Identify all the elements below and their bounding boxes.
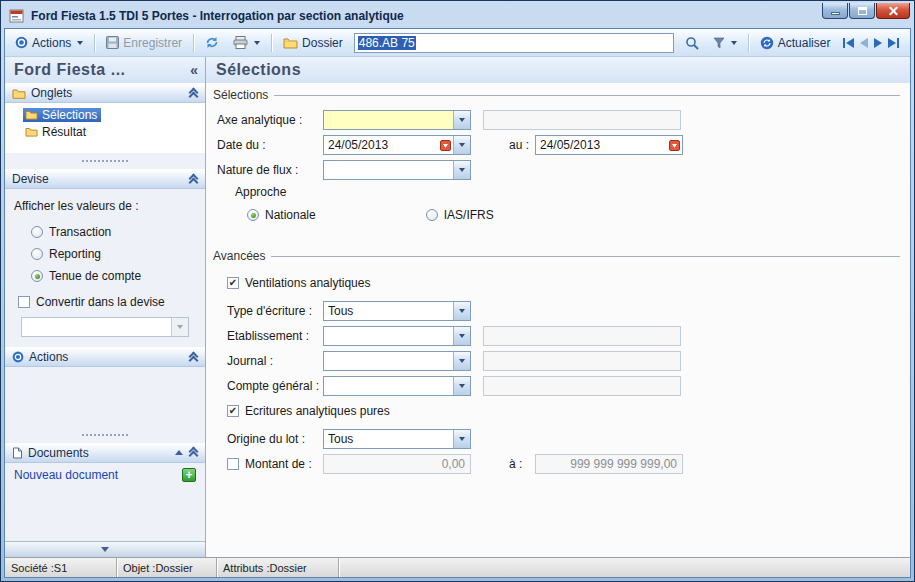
actions-menu-button[interactable]: Actions [9,32,89,54]
devise-select[interactable] [21,317,189,337]
onglets-section-header[interactable]: Onglets [5,83,205,103]
minimize-icon [831,12,840,15]
nature-flux-select[interactable] [323,160,471,180]
etablissement-select[interactable] [323,326,471,346]
actions-section-header[interactable]: Actions [5,347,205,367]
last-record-button[interactable] [888,38,899,48]
axe-analytique-row: Axe analytique : [217,110,900,130]
page-title: Sélections [216,61,301,79]
minimize-button[interactable] [822,3,848,19]
devise-section-title: Devise [12,172,183,186]
chevron-down-icon [453,302,470,320]
selections-group-body: Axe analytique : Date du : 24/05/2013 [211,102,900,225]
refresh-button[interactable] [199,32,225,54]
pane-gripper[interactable] [82,160,128,162]
montant-row: Montant de : 0,00 à : 999 999 999 999,00 [227,454,900,474]
compte-general-select[interactable] [323,376,471,396]
radio-checked-icon [31,270,43,282]
add-document-button[interactable]: + [182,468,196,482]
date-picker-icon[interactable] [440,136,451,154]
convertir-checkbox[interactable]: Convertir dans la devise [5,287,205,311]
chevron-down-icon [101,547,109,552]
print-button[interactable] [227,32,266,54]
checkbox-label: Ventilations analytiques [245,276,370,290]
date-du-label: Date du : [217,138,323,152]
titlebar[interactable]: Ford Fiesta 1.5 TDI 5 Portes - Interroga… [4,1,911,28]
checkbox-label: Ecritures analytiques pures [245,404,390,418]
new-document-link[interactable]: Nouveau document [14,468,118,482]
sidebar-item-selections[interactable]: Sélections [5,106,205,123]
workspace: Ford Fiesta ... « Onglets [5,57,910,557]
save-icon [106,36,119,49]
collapse-section-icon[interactable] [188,352,198,363]
date-picker-icon[interactable] [669,136,680,154]
avancees-group-body: Ventilations analytiques Type d'écriture… [211,263,900,474]
radio-tenue-de-compte[interactable]: Tenue de compte [5,265,205,287]
chevron-up-icon[interactable] [175,450,183,455]
folder-icon [283,37,298,49]
maximize-button[interactable] [849,3,875,19]
devise-caption: Afficher les valeurs de : [5,199,205,221]
reference-input[interactable]: 486.AB 75 [354,33,674,53]
close-button[interactable] [876,3,910,19]
radio-reporting[interactable]: Reporting [5,243,205,265]
previous-record-button[interactable] [860,38,868,48]
chevron-down-icon [453,136,470,154]
date-du-input[interactable]: 24/05/2013 [323,135,471,155]
pane-gripper[interactable] [82,434,128,436]
origine-lot-value: Tous [324,430,453,448]
axe-analytique-label: Axe analytique : [217,113,323,127]
search-button[interactable] [679,32,705,54]
toolbar-separator [193,34,194,52]
compte-general-row: Compte général : [227,376,900,396]
journal-description-field [483,351,681,371]
radio-ias-ifrs[interactable]: IAS/IFRS [426,208,494,222]
next-record-button[interactable] [874,38,882,48]
collapse-sidebar-button[interactable]: « [187,62,201,78]
axe-analytique-select[interactable] [323,110,471,130]
journal-select[interactable] [323,351,471,371]
record-navigation [843,38,899,48]
next-icon [874,38,882,48]
collapse-section-icon[interactable] [188,447,198,458]
ventilations-checkbox[interactable]: Ventilations analytiques [227,273,900,293]
actions-icon [12,351,24,363]
legend-text: Avancées [213,249,265,263]
documents-section-header[interactable]: Documents [5,443,205,463]
save-button[interactable]: Enregistrer [100,32,188,54]
date-du-value: 24/05/2013 [324,136,440,154]
selections-group-legend: Sélections [213,88,900,102]
montant-checkbox[interactable]: Montant de : [227,457,323,471]
checkbox-icon [227,458,239,470]
type-ecriture-select[interactable]: Tous [323,301,471,321]
collapse-section-icon[interactable] [188,174,198,185]
previous-icon [860,38,868,48]
approche-label: Approche [235,185,900,199]
radio-label: Nationale [265,208,316,222]
dossier-button[interactable]: Dossier [277,32,349,54]
ecritures-pures-checkbox[interactable]: Ecritures analytiques pures [227,401,900,421]
radio-transaction[interactable]: Transaction [5,221,205,243]
actualiser-button[interactable]: Actualiser [754,32,837,54]
chevron-down-icon [453,377,470,395]
reference-value: 486.AB 75 [358,36,416,50]
radio-nationale[interactable]: Nationale [247,208,316,222]
filter-button[interactable] [707,32,743,54]
first-icon [846,38,854,48]
devise-section-body: Afficher les valeurs de : Transaction Re… [5,189,205,347]
collapse-section-icon[interactable] [188,88,198,99]
date-au-input[interactable]: 24/05/2013 [535,135,683,155]
tree-item-label: Sélections [42,108,97,122]
radio-icon [426,209,438,221]
date-au-value: 24/05/2013 [536,136,669,154]
chevron-down-icon [731,41,737,45]
origine-lot-select[interactable]: Tous [323,429,471,449]
status-societe: Société :S1 [5,558,117,577]
status-objet: Objet :Dossier [117,558,217,577]
sidebar-item-resultat[interactable]: Résultat [5,123,205,140]
sidebar-scroll-down-button[interactable] [5,541,205,557]
origine-lot-label: Origine du lot : [227,432,323,446]
devise-section-header[interactable]: Devise [5,169,205,189]
first-record-button[interactable] [843,38,854,48]
chevron-down-icon [77,41,83,45]
